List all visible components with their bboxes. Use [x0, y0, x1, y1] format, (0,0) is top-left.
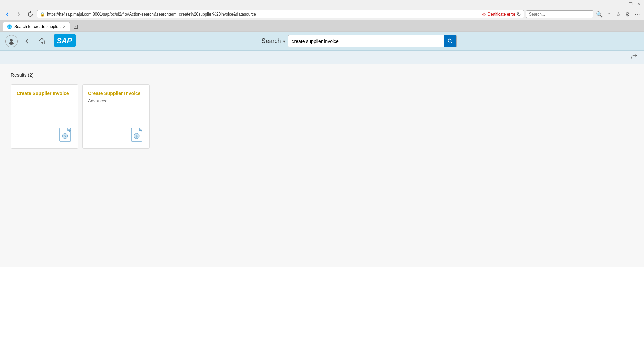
- browser-chrome: − ❒ ✕ 🔒 https://hs4sap.majul.com:8001/sa…: [0, 0, 644, 32]
- menu-browser-icon[interactable]: ⋯: [633, 10, 641, 18]
- address-text: https://hs4sap.majul.com:8001/sap/bc/ui2…: [47, 12, 480, 17]
- main-content: Results (2) Create Supplier Invoice: [0, 64, 644, 267]
- sap-logo: SAP: [54, 34, 76, 48]
- minimize-button[interactable]: −: [620, 1, 625, 7]
- browser-icons: 🔍 ⌂ ☆ ⚙ ⋯: [595, 10, 641, 18]
- search-chevron-icon: ▾: [283, 38, 285, 44]
- browser-titlebar: − ❒ ✕: [0, 0, 644, 8]
- tab-favicon-icon: 🌐: [7, 24, 12, 29]
- card-2-title: Create Supplier Invoice: [88, 90, 144, 97]
- tab-title: Search for create supplier inv...: [14, 24, 61, 29]
- svg-line-5: [451, 42, 452, 43]
- gear-browser-icon[interactable]: ⚙: [624, 10, 632, 18]
- card-2-icon-wrap: $ +: [88, 127, 144, 143]
- card-2-subtitle: Advanced: [88, 98, 144, 103]
- cert-error-text: Certificate error: [487, 12, 515, 17]
- card-create-supplier-invoice-advanced[interactable]: Create Supplier Invoice Advanced $: [82, 84, 150, 149]
- svg-text:$: $: [136, 134, 138, 138]
- forward-button[interactable]: [14, 9, 24, 19]
- sap-back-button[interactable]: [22, 36, 32, 47]
- card-1-icon-wrap: $ +: [17, 127, 73, 143]
- browser-toolbar: 🔒 https://hs4sap.majul.com:8001/sap/bc/u…: [0, 8, 644, 20]
- share-button[interactable]: [629, 53, 639, 62]
- close-button[interactable]: ✕: [636, 1, 641, 7]
- card-2-title-wrap: Create Supplier Invoice Advanced: [88, 90, 144, 103]
- invoice-icon-2: $ +: [131, 127, 144, 143]
- refresh-small-icon: ↻: [517, 11, 521, 17]
- restore-button[interactable]: ❒: [628, 1, 633, 7]
- sap-search-submit-button[interactable]: [444, 35, 456, 47]
- invoice-icon-1: $ +: [59, 127, 73, 143]
- new-tab-button[interactable]: ⊡: [71, 22, 80, 31]
- svg-text:$: $: [64, 134, 66, 138]
- tab-close-icon[interactable]: ×: [63, 24, 66, 29]
- user-icon[interactable]: [5, 35, 18, 47]
- home-browser-icon[interactable]: ⌂: [605, 10, 613, 18]
- cards-grid: Create Supplier Invoice $: [11, 84, 633, 149]
- sap-appbar: SAP Search ▾: [0, 32, 644, 51]
- cert-error-icon: ⊗: [482, 11, 486, 17]
- tab-bar: 🌐 Search for create supplier inv... × ⊡: [0, 20, 644, 31]
- svg-point-1: [9, 42, 14, 45]
- sap-home-button[interactable]: [36, 36, 47, 47]
- sap-search-area: Search ▾: [80, 35, 639, 47]
- cert-error: ⊗ Certificate error ↻: [482, 11, 521, 17]
- search-label-text: Search: [261, 37, 281, 45]
- sap-search-input[interactable]: [288, 36, 444, 46]
- svg-text:SAP: SAP: [57, 36, 72, 45]
- back-button[interactable]: [3, 9, 12, 19]
- refresh-button[interactable]: [26, 9, 35, 19]
- search-label-button[interactable]: Search ▾: [261, 37, 285, 45]
- browser-search-input[interactable]: [526, 10, 593, 18]
- svg-text:+: +: [140, 128, 142, 133]
- card-create-supplier-invoice[interactable]: Create Supplier Invoice $: [11, 84, 78, 149]
- active-tab[interactable]: 🌐 Search for create supplier inv... ×: [3, 22, 70, 31]
- address-bar[interactable]: 🔒 https://hs4sap.majul.com:8001/sap/bc/u…: [37, 10, 524, 18]
- star-icon[interactable]: ☆: [614, 10, 622, 18]
- card-1-title-wrap: Create Supplier Invoice: [17, 90, 73, 97]
- lock-icon: 🔒: [40, 12, 45, 17]
- search-magnifier-icon[interactable]: 🔍: [595, 10, 604, 18]
- sap-search-box: Search ▾: [261, 35, 456, 47]
- results-header: Results (2): [11, 72, 633, 78]
- sap-search-input-wrap: [288, 35, 457, 47]
- svg-point-4: [448, 39, 451, 42]
- sap-toolbar: [0, 51, 644, 64]
- svg-point-0: [10, 39, 13, 42]
- card-1-title: Create Supplier Invoice: [17, 90, 73, 97]
- svg-text:+: +: [68, 128, 71, 133]
